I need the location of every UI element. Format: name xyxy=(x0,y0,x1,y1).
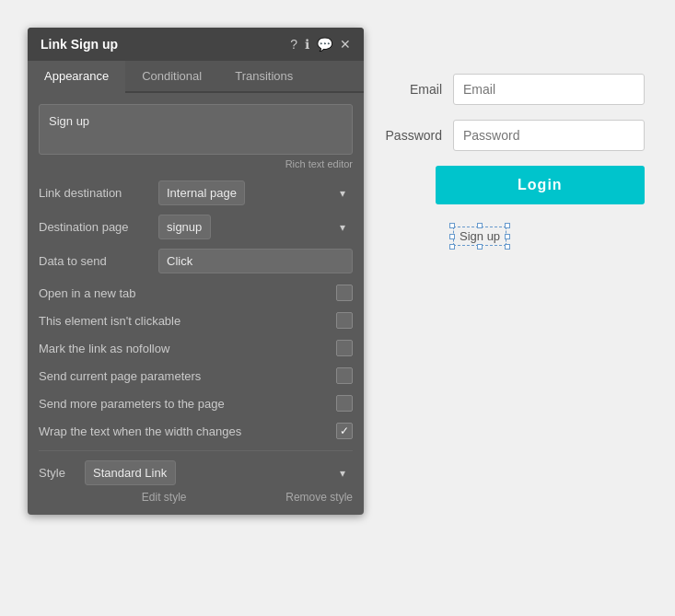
email-input[interactable] xyxy=(453,74,645,105)
panel-tabs: Appearance Conditional Transitions xyxy=(28,61,364,93)
data-to-send-label: Data to send xyxy=(39,254,158,268)
signup-link-wrapper: Sign up xyxy=(378,219,645,246)
open-new-tab-label: Open in a new tab xyxy=(39,286,136,300)
destination-page-select-wrapper: signup xyxy=(158,215,353,239)
close-icon[interactable]: ✕ xyxy=(340,37,351,52)
password-label: Password xyxy=(378,128,442,143)
info-icon[interactable]: ℹ xyxy=(305,37,309,52)
send-current-params-checkbox[interactable] xyxy=(336,367,353,384)
preview-form: Email Password Login Sign up xyxy=(378,74,645,246)
email-label: Email xyxy=(378,82,442,97)
handle-middle-right xyxy=(505,234,510,239)
tab-appearance[interactable]: Appearance xyxy=(28,61,125,93)
tab-conditional[interactable]: Conditional xyxy=(125,61,218,93)
link-destination-select-wrapper: Internal page xyxy=(158,180,353,205)
text-content-area[interactable]: Sign up xyxy=(39,104,353,155)
send-current-params-label: Send current page parameters xyxy=(39,369,201,383)
handle-top-right xyxy=(505,223,510,228)
email-field-row: Email xyxy=(378,74,645,105)
wrap-text-checkbox[interactable] xyxy=(336,423,353,439)
panel-title: Link Sign up xyxy=(41,37,118,52)
destination-page-select[interactable]: signup xyxy=(158,215,211,239)
password-field-row: Password xyxy=(378,120,645,151)
handle-bottom-left xyxy=(449,244,455,250)
send-more-params-row: Send more parameters to the page xyxy=(39,393,353,413)
edit-style-link[interactable]: Edit style xyxy=(142,491,187,504)
destination-page-row: Destination page signup xyxy=(39,215,353,239)
style-label: Style xyxy=(39,466,85,480)
not-clickable-row: This element isn't clickable xyxy=(39,310,353,331)
style-links: Edit style Remove style xyxy=(39,491,353,504)
link-destination-select[interactable]: Internal page xyxy=(158,180,245,205)
send-current-params-row: Send current page parameters xyxy=(39,366,353,386)
style-row: Style Standard Link xyxy=(39,460,353,485)
wrap-text-label: Wrap the text when the width changes xyxy=(39,424,241,438)
panel-body: Sign up Rich text editor Link destinatio… xyxy=(28,93,364,515)
open-new-tab-row: Open in a new tab xyxy=(39,283,353,303)
preview-area: Email Password Login Sign up xyxy=(378,74,645,246)
nofollow-checkbox[interactable] xyxy=(336,340,353,356)
panel-header: Link Sign up ? ℹ 💬 ✕ xyxy=(28,28,364,61)
comment-icon[interactable]: 💬 xyxy=(317,37,332,52)
handle-bottom-right xyxy=(505,244,510,250)
link-destination-row: Link destination Internal page xyxy=(39,180,353,205)
handle-bottom-middle xyxy=(477,244,483,250)
nofollow-row: Mark the link as nofollow xyxy=(39,338,353,358)
link-destination-label: Link destination xyxy=(39,186,158,200)
open-new-tab-checkbox[interactable] xyxy=(336,285,353,301)
style-select[interactable]: Standard Link xyxy=(85,460,176,485)
handle-middle-left xyxy=(449,234,455,239)
destination-page-label: Destination page xyxy=(39,220,158,234)
help-icon[interactable]: ? xyxy=(290,37,297,52)
handle-top-left xyxy=(449,223,455,228)
wrap-text-row: Wrap the text when the width changes xyxy=(39,421,353,441)
remove-style-link[interactable]: Remove style xyxy=(285,491,353,504)
not-clickable-checkbox[interactable] xyxy=(336,312,353,329)
handle-top-middle xyxy=(477,223,483,228)
style-select-wrapper: Standard Link xyxy=(85,460,353,485)
data-to-send-row: Data to send xyxy=(39,249,353,273)
link-sign-up-panel: Link Sign up ? ℹ 💬 ✕ Appearance Conditio… xyxy=(28,28,364,515)
login-row: Login xyxy=(378,166,645,204)
data-to-send-input[interactable] xyxy=(158,249,353,273)
rich-text-editor-label: Rich text editor xyxy=(39,158,353,169)
password-input[interactable] xyxy=(453,120,645,151)
panel-header-icons: ? ℹ 💬 ✕ xyxy=(290,37,351,52)
login-button[interactable]: Login xyxy=(436,166,645,204)
nofollow-label: Mark the link as nofollow xyxy=(39,342,169,355)
divider xyxy=(39,450,353,451)
tab-transitions[interactable]: Transitions xyxy=(218,61,309,93)
signup-selected-wrapper: Sign up xyxy=(453,227,506,246)
send-more-params-label: Send more parameters to the page xyxy=(39,397,225,411)
send-more-params-checkbox[interactable] xyxy=(336,395,353,412)
signup-link[interactable]: Sign up xyxy=(453,227,506,246)
not-clickable-label: This element isn't clickable xyxy=(39,314,180,328)
